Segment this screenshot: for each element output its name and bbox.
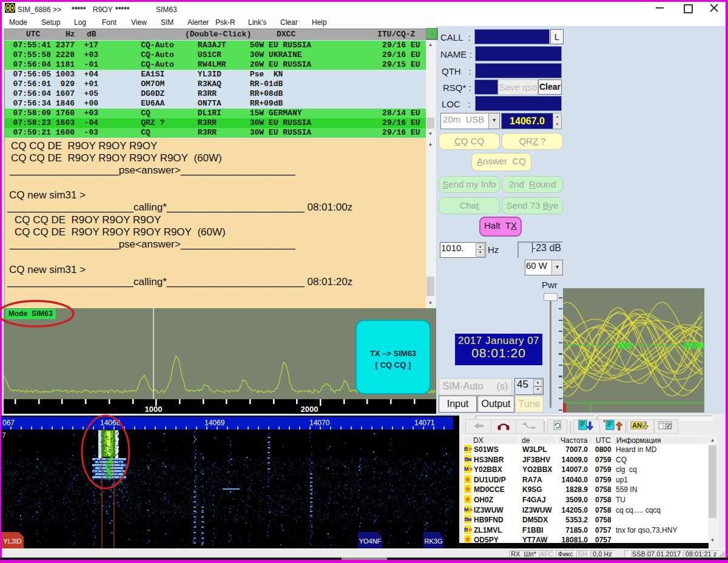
svg-text:AN: AN: [632, 422, 642, 429]
svg-text:*: *: [603, 420, 605, 426]
svg-text:1000: 1000: [145, 405, 163, 414]
svg-text:2000: 2000: [301, 405, 318, 414]
